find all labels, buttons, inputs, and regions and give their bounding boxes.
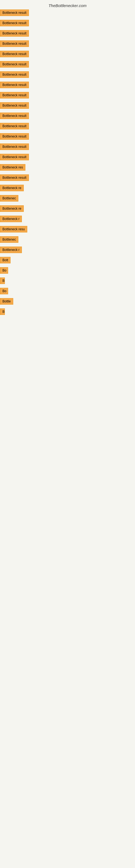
bottleneck-result-label[interactable]: Bottleneck result — [0, 82, 29, 88]
list-item: Bottleneck r — [0, 215, 135, 224]
list-item: Bottleneck result — [0, 102, 135, 111]
bottleneck-result-label[interactable]: Bottleneck result — [0, 144, 29, 150]
bottleneck-result-label[interactable]: B — [0, 308, 5, 315]
bottleneck-result-label[interactable]: Bottleneck result — [0, 133, 29, 140]
bottleneck-result-label[interactable]: Bottleneck result — [0, 113, 29, 119]
bottleneck-result-label[interactable]: Bottleneck result — [0, 102, 29, 109]
list-item: Bottleneck result — [0, 81, 135, 90]
bottleneck-result-label[interactable]: B — [0, 278, 5, 284]
list-item: Bottleneck r — [0, 246, 135, 255]
list-item: Bottleneck result — [0, 19, 135, 28]
bottleneck-result-label[interactable]: Bottleneck resu — [0, 226, 27, 232]
bottleneck-result-label[interactable]: Bottleneck r — [0, 216, 22, 222]
bottleneck-result-label[interactable]: Bottleneck result — [0, 30, 29, 37]
list-item: Bottleneck result — [0, 91, 135, 100]
list-item: Bottle — [0, 298, 135, 306]
bottleneck-result-label[interactable]: Bottleneck result — [0, 20, 29, 26]
list-item: Bottleneck re — [0, 205, 135, 214]
list-item: Bo — [0, 287, 135, 296]
bottleneck-result-label[interactable]: Bottleneck re — [0, 185, 24, 191]
bottleneck-result-label[interactable]: Bottleneck result — [0, 61, 29, 67]
items-container: Bottleneck resultBottleneck resultBottle… — [0, 9, 135, 316]
list-item: Bottleneck result — [0, 143, 135, 152]
bottleneck-result-label[interactable]: Bottle — [0, 298, 13, 305]
list-item: Bottleneck result — [0, 174, 135, 183]
bottleneck-result-label[interactable]: Bottleneck result — [0, 51, 29, 57]
bottleneck-result-label[interactable]: Bottleneck re — [0, 205, 24, 212]
bottleneck-result-label[interactable]: Bottleneck result — [0, 92, 29, 98]
bottleneck-result-label[interactable]: Bottlenec — [0, 195, 18, 202]
list-item: B — [0, 277, 135, 286]
list-item: Bottleneck result — [0, 133, 135, 141]
bottleneck-result-label[interactable]: Bottleneck result — [0, 9, 29, 16]
list-item: Bottleneck resu — [0, 225, 135, 234]
bottleneck-result-label[interactable]: Bott — [0, 257, 10, 264]
bottleneck-result-label[interactable]: Bottleneck result — [0, 40, 29, 47]
bottleneck-result-label[interactable]: Bottleneck result — [0, 154, 29, 160]
page-container: TheBottlenecker.com Bottleneck resultBot… — [0, 0, 135, 316]
list-item: Bottleneck result — [0, 71, 135, 80]
list-item: Bo — [0, 267, 135, 275]
site-title: TheBottlenecker.com — [0, 1, 135, 9]
bottleneck-result-label[interactable]: Bottleneck res — [0, 164, 26, 170]
list-item: Bottleneck result — [0, 122, 135, 131]
list-item: Bottleneck result — [0, 153, 135, 162]
list-item: Bottleneck result — [0, 9, 135, 18]
bottleneck-result-label[interactable]: Bo — [0, 267, 8, 274]
list-item: Bottleneck result — [0, 112, 135, 121]
list-item: Bottlenec — [0, 194, 135, 203]
bottleneck-result-label[interactable]: Bottleneck r — [0, 247, 22, 253]
list-item: Bottleneck result — [0, 30, 135, 38]
list-item: Bottleneck re — [0, 184, 135, 193]
list-item: Bott — [0, 256, 135, 265]
bottleneck-result-label[interactable]: Bottlenec — [0, 236, 18, 243]
list-item: B — [0, 308, 135, 316]
bottleneck-result-label[interactable]: Bottleneck result — [0, 123, 29, 129]
list-item: Bottleneck result — [0, 50, 135, 59]
bottleneck-result-label[interactable]: Bo — [0, 288, 8, 294]
list-item: Bottlenec — [0, 236, 135, 244]
list-item: Bottleneck res — [0, 163, 135, 172]
list-item: Bottleneck result — [0, 40, 135, 49]
bottleneck-result-label[interactable]: Bottleneck result — [0, 175, 29, 181]
bottleneck-result-label[interactable]: Bottleneck result — [0, 71, 29, 78]
list-item: Bottleneck result — [0, 61, 135, 69]
